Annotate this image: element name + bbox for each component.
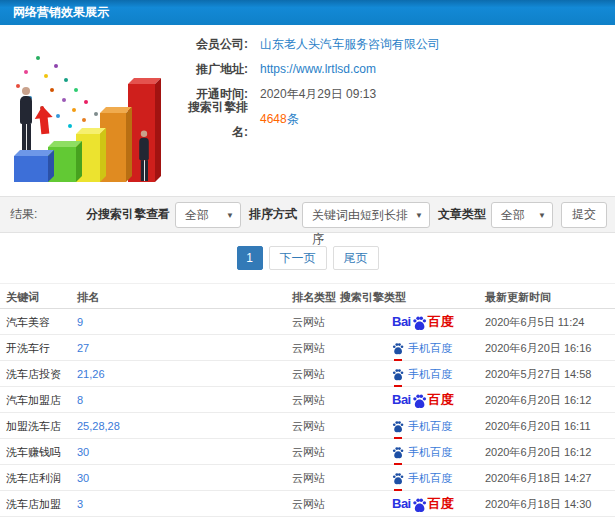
page-button-current[interactable]: 1: [237, 246, 263, 270]
rank-count-value: 4648: [260, 107, 287, 132]
update-time-cell: 2020年6月5日 11:24: [485, 309, 615, 334]
rank-link[interactable]: 3: [77, 491, 292, 516]
page: 网络营销效果展示 会员公司: 山东老人头汽车服务咨询有限公司: [0, 0, 615, 520]
engine-filter-label: 分搜索引擎查看: [86, 206, 170, 223]
businessman-left: [18, 87, 34, 150]
mobile-baidu-label: 手机百度: [408, 368, 452, 380]
rank-link[interactable]: 9: [77, 309, 292, 334]
table-row: 洗车店利润 30 云网站 手机百度 2020年6月18日 14:27: [0, 465, 615, 491]
keyword-cell: 加盟洗车店: [0, 413, 77, 438]
rank-link[interactable]: 25,28,28: [77, 413, 292, 438]
baidu-paw-icon: [392, 342, 404, 355]
engine-type-cell: Bai百度: [340, 491, 485, 516]
info-row-company: 会员公司: 山东老人头汽车服务咨询有限公司: [180, 32, 440, 57]
article-type-select[interactable]: 全部 ▼: [491, 202, 553, 228]
keyword-cell: 洗车店利润: [0, 465, 77, 490]
table-row: 加盟洗车店 25,28,28 云网站 手机百度 2020年6月20日 16:11: [0, 413, 615, 439]
header-rank: 排名: [77, 284, 292, 308]
rank-count-unit: 条: [287, 107, 299, 132]
baidu-paw-icon: [412, 393, 427, 409]
filter-group: 分搜索引擎查看 全部 ▼ 排序方式 关键词由短到长排序 ▼ 文章类型 全部 ▼ …: [78, 202, 607, 228]
rank-type-cell: 云网站: [292, 387, 340, 412]
engine-select-value: 全部: [185, 208, 209, 222]
up-arrow-icon: [33, 105, 54, 137]
engine-type-cell: 手机百度: [340, 465, 485, 490]
titlebar: 网络营销效果展示: [0, 0, 615, 25]
rank-type-cell: 云网站: [292, 491, 340, 516]
result-label: 结果:: [10, 206, 37, 223]
sort-filter-label: 排序方式: [249, 206, 297, 223]
page-title: 网络营销效果展示: [13, 5, 109, 19]
baidu-paw-icon: [392, 472, 404, 485]
mobile-baidu-icon: [392, 413, 404, 439]
keyword-cell: 汽车美容: [0, 309, 77, 334]
keyword-cell: 洗车店投资: [0, 361, 77, 386]
chevron-down-icon: ▼: [226, 203, 234, 229]
last-page-button[interactable]: 尾页: [333, 246, 379, 270]
article-type-label: 文章类型: [438, 206, 486, 223]
company-label: 会员公司:: [180, 32, 248, 57]
table-row: 洗车赚钱吗 30 云网站 手机百度 2020年6月20日 16:12: [0, 439, 615, 465]
rank-count-label: 搜索引擎排名:: [180, 95, 248, 145]
keyword-cell: 开洗车行: [0, 335, 77, 360]
mobile-baidu-icon: [392, 465, 404, 491]
table-row: 开洗车行 27 云网站 手机百度 2020年6月20日 16:16: [0, 335, 615, 361]
baidu-paw-icon: [412, 315, 427, 331]
rank-type-cell: 云网站: [292, 413, 340, 438]
update-time-cell: 2020年6月20日 16:16: [485, 335, 615, 360]
mobile-baidu-icon: [392, 439, 404, 465]
table-body: 汽车美容 9 云网站 Bai百度 2020年6月5日 11:24 开洗车行 27…: [0, 309, 615, 517]
engine-type-cell: Bai百度: [340, 309, 485, 334]
ranking-table: 关键词 排名 排名类型 搜索引擎类型 最新更新时间 汽车美容 9 云网站 Bai…: [0, 283, 615, 517]
table-header-row: 关键词 排名 排名类型 搜索引擎类型 最新更新时间: [0, 283, 615, 309]
article-type-select-value: 全部: [501, 208, 525, 222]
baidu-logo-cn: 百度: [428, 392, 454, 407]
sort-select[interactable]: 关键词由短到长排序 ▼: [302, 202, 430, 228]
baidu-paw-icon: [392, 446, 404, 459]
mobile-baidu-icon: [392, 335, 404, 361]
rank-link[interactable]: 21,26: [77, 361, 292, 386]
chevron-down-icon: ▼: [415, 203, 423, 229]
rank-link[interactable]: 30: [77, 439, 292, 464]
update-time-cell: 2020年5月27日 14:58: [485, 361, 615, 386]
mobile-baidu-icon: [392, 361, 404, 387]
rank-type-cell: 云网站: [292, 361, 340, 386]
table-row: 汽车美容 9 云网站 Bai百度 2020年6月5日 11:24: [0, 309, 615, 335]
update-time-cell: 2020年6月20日 16:11: [485, 413, 615, 438]
baidu-paw-icon: [392, 420, 404, 433]
update-time-cell: 2020年6月18日 14:30: [485, 491, 615, 516]
promo-url-link[interactable]: https://www.lrtlsd.com: [260, 57, 376, 82]
keyword-cell: 洗车赚钱吗: [0, 439, 77, 464]
keyword-cell: 洗车店加盟: [0, 491, 77, 516]
table-row: 洗车店加盟 3 云网站 Bai百度 2020年6月18日 14:30: [0, 491, 615, 517]
open-time-value: 2020年4月29日 09:13: [260, 82, 376, 107]
rank-type-cell: 云网站: [292, 465, 340, 490]
engine-type-cell: 手机百度: [340, 413, 485, 438]
mobile-baidu-label: 手机百度: [408, 420, 452, 432]
baidu-logo-text: Bai: [392, 314, 411, 329]
mobile-baidu-label: 手机百度: [408, 342, 452, 354]
rank-link[interactable]: 27: [77, 335, 292, 360]
update-time-cell: 2020年6月18日 14:27: [485, 465, 615, 490]
baidu-logo-cn: 百度: [428, 314, 454, 329]
filter-bar: 结果: 分搜索引擎查看 全部 ▼ 排序方式 关键词由短到长排序 ▼ 文章类型 全…: [0, 196, 615, 233]
engine-type-cell: 手机百度: [340, 335, 485, 360]
info-row-rank-count: 搜索引擎排名: 4648 条: [180, 107, 440, 132]
header-update-time: 最新更新时间: [485, 284, 615, 308]
company-name-link[interactable]: 山东老人头汽车服务咨询有限公司: [260, 32, 440, 57]
engine-select[interactable]: 全部 ▼: [175, 202, 241, 228]
rank-type-cell: 云网站: [292, 439, 340, 464]
rank-link[interactable]: 30: [77, 465, 292, 490]
header-rank-type: 排名类型: [292, 284, 340, 308]
info-row-url: 推广地址: https://www.lrtlsd.com: [180, 57, 440, 82]
baidu-logo-text: Bai: [392, 392, 411, 407]
submit-button[interactable]: 提交: [561, 202, 607, 228]
rank-link[interactable]: 8: [77, 387, 292, 412]
header-keyword: 关键词: [0, 284, 77, 308]
engine-type-cell: 手机百度: [340, 361, 485, 386]
confetti-dots: [10, 40, 14, 44]
mobile-baidu-label: 手机百度: [408, 472, 452, 484]
engine-type-cell: Bai百度: [340, 387, 485, 412]
pagination: 1 下一页 尾页: [0, 233, 615, 283]
bar-blue: [14, 156, 48, 182]
